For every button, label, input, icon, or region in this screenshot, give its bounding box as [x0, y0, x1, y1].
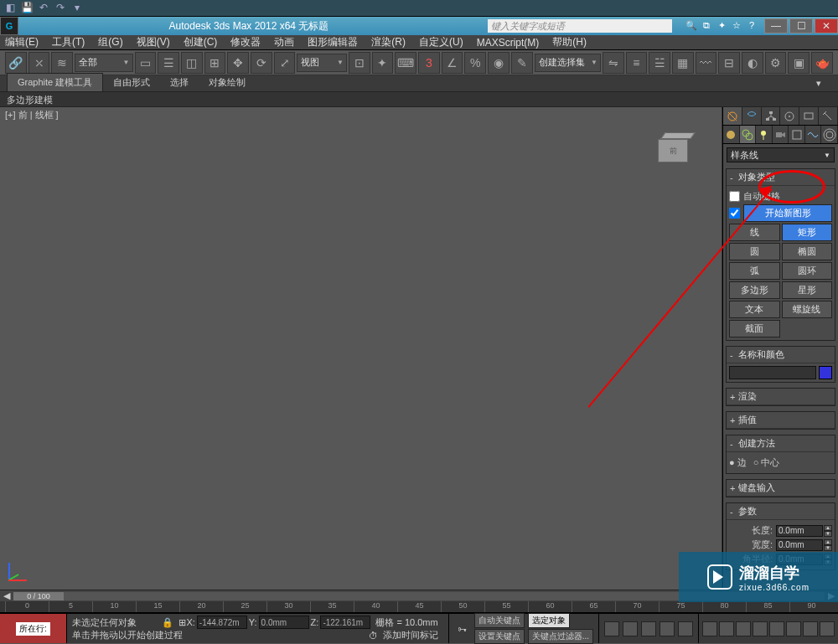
rollout-header[interactable]: 创建方法: [727, 435, 835, 452]
menu-grapheditors[interactable]: 图形编辑器: [308, 35, 358, 49]
rendered-frame-icon[interactable]: ▣: [788, 52, 810, 74]
object-name-input[interactable]: [729, 366, 816, 379]
zoom-extents-all-icon[interactable]: [753, 621, 768, 636]
start-new-shape-checkbox[interactable]: [729, 208, 740, 219]
rollout-header[interactable]: 插值: [727, 412, 835, 429]
goto-end-icon[interactable]: [678, 621, 693, 636]
helpers-category-icon[interactable]: [789, 126, 805, 143]
autokey-button[interactable]: 自动关键点: [474, 613, 525, 628]
rectangle-button[interactable]: 矩形: [782, 224, 833, 241]
window-crossing-icon[interactable]: ⊞: [204, 52, 226, 74]
lights-category-icon[interactable]: [756, 126, 773, 143]
prev-key-icon[interactable]: ◀: [3, 590, 10, 601]
render-setup-icon[interactable]: ⚙: [765, 52, 787, 74]
width-spinner[interactable]: 0.0mm: [776, 539, 823, 551]
star-button[interactable]: 星形: [782, 281, 833, 299]
spacewarps-category-icon[interactable]: [805, 126, 822, 143]
time-slider-thumb[interactable]: 0 / 100: [13, 592, 64, 600]
time-tag-icon[interactable]: ⏱: [369, 631, 378, 641]
viewport[interactable]: [+] 前 | 线框 ] 前: [0, 107, 722, 590]
spinner-down-icon[interactable]: ▼: [824, 545, 832, 551]
play-icon[interactable]: [641, 621, 656, 636]
center-radio[interactable]: 中心: [753, 456, 780, 469]
maximize-button[interactable]: ☐: [789, 18, 813, 33]
viewport-label[interactable]: [+] 前 | 线框 ]: [5, 109, 59, 121]
display-tab-icon[interactable]: [799, 107, 819, 125]
select-object-icon[interactable]: ▭: [135, 52, 157, 74]
app-icon[interactable]: G: [0, 17, 18, 35]
app-menu-icon[interactable]: ◧: [3, 2, 17, 15]
hierarchy-tab-icon[interactable]: [762, 107, 781, 125]
edit-named-sel-icon[interactable]: ✎: [511, 52, 533, 74]
pivot-icon[interactable]: ⊡: [349, 52, 370, 74]
bind-space-warp-icon[interactable]: ≋: [51, 52, 73, 74]
shapes-category-icon[interactable]: [740, 126, 757, 143]
circle-button[interactable]: 圆: [729, 243, 780, 260]
start-new-shape-button[interactable]: 开始新图形: [743, 204, 832, 222]
search-icon[interactable]: 🔍: [685, 20, 697, 32]
rotate-icon[interactable]: ⟳: [251, 52, 272, 74]
qat-dropdown-icon[interactable]: ▾: [70, 2, 84, 15]
viewcube-face[interactable]: 前: [658, 139, 688, 162]
cameras-category-icon[interactable]: [773, 126, 789, 143]
save-icon[interactable]: 💾: [20, 2, 34, 15]
spinner-snap-icon[interactable]: ◉: [488, 52, 510, 74]
rollout-header[interactable]: 参数: [727, 503, 835, 520]
menu-create[interactable]: 创建(C): [184, 35, 218, 49]
lock-icon[interactable]: 🔒: [162, 617, 173, 628]
align-icon[interactable]: ≡: [626, 52, 648, 74]
ribbon-tab-selection[interactable]: 选择: [160, 74, 199, 91]
autogrid-checkbox[interactable]: [729, 191, 740, 202]
ribbon-toggle-icon[interactable]: ▦: [672, 52, 694, 74]
x-coord-input[interactable]: -144.872m: [197, 616, 247, 629]
z-coord-input[interactable]: -122.161m: [320, 616, 370, 629]
utilities-tab-icon[interactable]: [819, 107, 838, 125]
create-tab-icon[interactable]: [723, 107, 742, 125]
key-filters-button[interactable]: 关键点过滤器...: [528, 629, 593, 644]
subcategory-dropdown[interactable]: 样条线: [727, 147, 835, 162]
selection-filter-combo[interactable]: 全部: [75, 54, 132, 72]
minimize-button[interactable]: —: [764, 18, 788, 33]
move-icon[interactable]: ✥: [227, 52, 249, 74]
menu-modifiers[interactable]: 修改器: [230, 35, 261, 49]
spinner-up-icon[interactable]: ▲: [824, 539, 832, 545]
named-selection-combo[interactable]: 创建选择集: [535, 54, 601, 72]
undo-icon[interactable]: ↶: [37, 2, 50, 15]
fov-icon[interactable]: [769, 621, 784, 636]
length-spinner[interactable]: 0.0mm: [776, 525, 823, 537]
percent-snap-icon[interactable]: %: [464, 52, 486, 74]
object-color-swatch[interactable]: [819, 366, 832, 379]
snap-toggle-icon[interactable]: 3: [418, 52, 440, 74]
prev-frame-icon[interactable]: [623, 621, 638, 636]
zoom-all-icon[interactable]: [719, 621, 734, 636]
max-toggle-icon[interactable]: [820, 621, 835, 636]
subscription-icon[interactable]: ⧉: [701, 20, 712, 32]
section-button[interactable]: 截面: [729, 320, 780, 337]
select-by-name-icon[interactable]: ☰: [158, 52, 179, 74]
ribbon-tab-graphite[interactable]: Graphite 建模工具: [7, 73, 103, 91]
arc-button[interactable]: 弧: [729, 262, 780, 280]
menu-tools[interactable]: 工具(T): [52, 35, 85, 49]
setkey-button[interactable]: 设置关键点: [474, 629, 525, 644]
curve-editor-icon[interactable]: 〰: [696, 52, 717, 74]
menu-views[interactable]: 视图(V): [137, 35, 170, 49]
menu-group[interactable]: 组(G): [98, 35, 122, 49]
line-button[interactable]: 线: [729, 224, 780, 241]
geometry-category-icon[interactable]: [723, 126, 740, 143]
schematic-icon[interactable]: ⊟: [718, 52, 740, 74]
select-region-icon[interactable]: ◫: [181, 52, 203, 74]
redo-icon[interactable]: ↷: [54, 2, 67, 15]
next-frame-icon[interactable]: [660, 621, 675, 636]
menu-animation[interactable]: 动画: [274, 35, 294, 49]
favorite-icon[interactable]: ☆: [731, 20, 742, 32]
edge-radio[interactable]: 边: [729, 456, 747, 469]
menu-maxscript[interactable]: MAXScript(M): [477, 37, 540, 49]
close-button[interactable]: ✕: [815, 18, 838, 33]
text-button[interactable]: 文本: [729, 301, 780, 318]
maxscript-mini-listener[interactable]: 所在行:: [0, 614, 67, 643]
helix-button[interactable]: 螺旋线: [782, 301, 833, 318]
render-icon[interactable]: 🫖: [811, 52, 833, 74]
y-coord-input[interactable]: 0.0mm: [259, 616, 309, 629]
key-mode-icon[interactable]: 🗝: [454, 624, 471, 634]
ribbon-tab-freeform[interactable]: 自由形式: [103, 74, 160, 91]
